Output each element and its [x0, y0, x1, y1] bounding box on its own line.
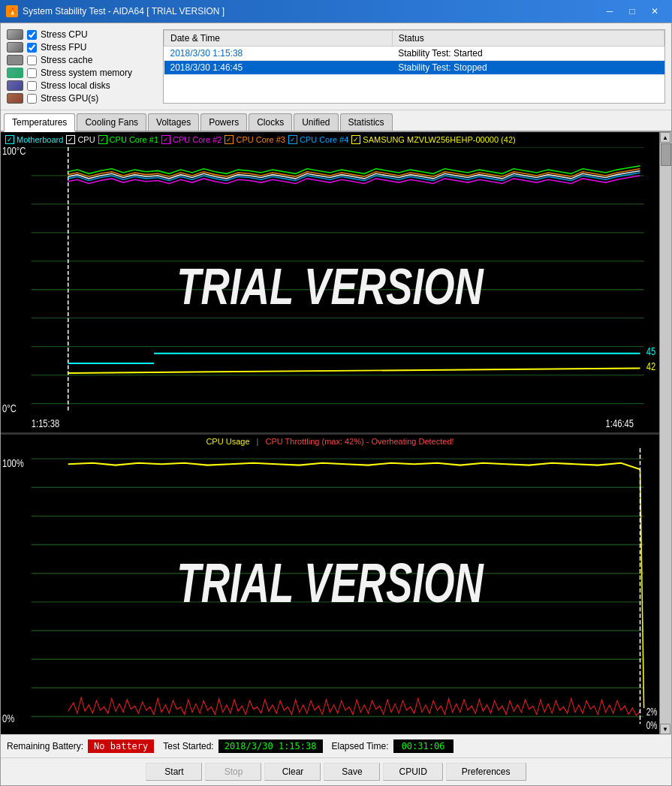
- legend-samsung-checkbox[interactable]: ✓: [351, 135, 360, 144]
- tab-cooling-fans[interactable]: Cooling Fans: [77, 113, 146, 131]
- scroll-up-arrow[interactable]: ▲: [660, 132, 670, 143]
- chart-scrollbar[interactable]: ▲ ▼: [659, 132, 671, 734]
- stress-memory-checkbox[interactable]: [27, 68, 37, 78]
- elapsed-time-item: Elapsed Time: 00:31:06: [332, 739, 454, 753]
- top-section: Stress CPU Stress FPU Stress cache Stres…: [1, 23, 671, 110]
- elapsed-time-value: 00:31:06: [393, 739, 454, 753]
- log-date-1: 2018/3/30 1:15:38: [164, 47, 393, 61]
- tab-unified[interactable]: Unified: [294, 113, 338, 131]
- elapsed-time-label: Elapsed Time:: [332, 741, 389, 751]
- minimize-button[interactable]: ─: [598, 3, 621, 20]
- stress-disks-checkbox[interactable]: [27, 81, 37, 91]
- legend-motherboard-label: Motherboard: [17, 135, 63, 144]
- legend-core3-label: CPU Core #3: [236, 135, 285, 144]
- svg-text:45: 45: [646, 345, 655, 358]
- legend-core2: ✓ CPU Core #2: [161, 135, 221, 144]
- scroll-track: [660, 167, 671, 724]
- svg-text:42: 42: [646, 360, 655, 373]
- legend-core1-label: CPU Core #1: [110, 135, 158, 144]
- stress-cache-checkbox[interactable]: [27, 56, 37, 65]
- stress-gpu-checkbox[interactable]: [27, 94, 37, 104]
- charts-wrapper: ✓ Motherboard ✓ CPU ✓ CPU Core #1 ✓: [1, 132, 659, 734]
- tab-bar: Temperatures Cooling Fans Voltages Power…: [1, 110, 671, 132]
- legend-samsung-label: SAMSUNG MZVLW256HEHP-00000 (42): [363, 135, 515, 144]
- stress-gpu-item: Stress GPU(s): [7, 93, 157, 104]
- save-button[interactable]: Save: [324, 763, 380, 781]
- remaining-battery-item: Remaining Battery: No battery: [7, 739, 154, 753]
- stress-options-panel: Stress CPU Stress FPU Stress cache Stres…: [7, 29, 157, 104]
- log-panel: Date & Time Status 2018/3/30 1:15:38 Sta…: [163, 29, 665, 104]
- legend-separator: |: [257, 437, 261, 446]
- svg-text:TRIAL VERSION: TRIAL VERSION: [176, 552, 484, 614]
- cache-icon: [7, 55, 23, 65]
- legend-core1: ✓ CPU Core #1: [98, 135, 158, 144]
- cpu-throttling-label: CPU Throttling (max: 42%) - Overheating …: [265, 437, 454, 446]
- remaining-battery-value: No battery: [88, 739, 154, 753]
- remaining-battery-label: Remaining Battery:: [7, 741, 83, 751]
- temperature-chart-section: ✓ Motherboard ✓ CPU ✓ CPU Core #1 ✓: [1, 132, 659, 435]
- stress-cpu-label: Stress CPU: [41, 29, 88, 40]
- log-row-selected[interactable]: 2018/3/30 1:46:45 Stability Test: Stoppe…: [164, 61, 664, 75]
- log-date-2: 2018/3/30 1:46:45: [164, 61, 393, 75]
- legend-core2-checkbox[interactable]: ✓: [161, 135, 170, 144]
- bottom-status-bar: Remaining Battery: No battery Test Start…: [1, 734, 671, 757]
- stress-disks-label: Stress local disks: [41, 80, 110, 91]
- tab-statistics[interactable]: Statistics: [340, 113, 393, 131]
- log-header-datetime: Date & Time: [164, 31, 393, 47]
- svg-text:0°C: 0°C: [2, 402, 17, 415]
- test-started-item: Test Started: 2018/3/30 1:15:38: [163, 739, 322, 753]
- maximize-button[interactable]: □: [621, 3, 643, 20]
- svg-text:0%: 0%: [2, 711, 14, 724]
- cpuid-button[interactable]: CPUID: [383, 763, 442, 781]
- legend-core2-label: CPU Core #2: [173, 135, 221, 144]
- tab-powers[interactable]: Powers: [200, 113, 247, 131]
- stress-fpu-checkbox[interactable]: [27, 43, 37, 53]
- tab-temperatures[interactable]: Temperatures: [4, 113, 75, 132]
- close-button[interactable]: ✕: [643, 3, 666, 20]
- stress-cpu-checkbox[interactable]: [27, 30, 37, 40]
- legend-core4-label: CPU Core #4: [300, 135, 348, 144]
- test-started-label: Test Started:: [163, 741, 213, 751]
- memory-icon: [7, 68, 23, 78]
- main-window: Stress CPU Stress FPU Stress cache Stres…: [0, 23, 672, 786]
- cpu-chart-legend: CPU Usage | CPU Throttling (max: 42%) - …: [1, 435, 659, 448]
- cpu-chart-section: CPU Usage | CPU Throttling (max: 42%) - …: [1, 435, 659, 735]
- app-icon: 🔥: [6, 5, 18, 17]
- scroll-thumb[interactable]: [661, 143, 671, 166]
- cpu-chart-svg: 100% 0% TRIAL VERSION: [1, 448, 659, 735]
- stress-cache-item: Stress cache: [7, 55, 157, 65]
- stress-disks-item: Stress local disks: [7, 80, 157, 91]
- log-status-1: Stability Test: Started: [392, 47, 664, 61]
- stress-gpu-label: Stress GPU(s): [41, 93, 98, 104]
- stress-fpu-label: Stress FPU: [41, 42, 86, 53]
- scroll-down-arrow[interactable]: ▼: [660, 724, 670, 734]
- gpu-icon: [7, 93, 23, 104]
- tab-voltages[interactable]: Voltages: [148, 113, 199, 131]
- stress-memory-item: Stress system memory: [7, 68, 157, 78]
- stress-memory-label: Stress system memory: [41, 68, 132, 78]
- title-bar-left: 🔥 System Stability Test - AIDA64 [ TRIAL…: [6, 5, 225, 17]
- log-status-2: Stability Test: Stopped: [392, 61, 664, 75]
- preferences-button[interactable]: Preferences: [446, 763, 526, 781]
- legend-motherboard-checkbox[interactable]: ✓: [5, 135, 14, 144]
- cpu-usage-label: CPU Usage: [206, 437, 249, 446]
- cpu-chart-area: 100% 0% TRIAL VERSION: [1, 448, 659, 735]
- temp-chart-legend: ✓ Motherboard ✓ CPU ✓ CPU Core #1 ✓: [1, 132, 659, 147]
- legend-cpu-checkbox[interactable]: ✓: [66, 135, 75, 144]
- stop-button[interactable]: Stop: [205, 763, 261, 781]
- log-row[interactable]: 2018/3/30 1:15:38 Stability Test: Starte…: [164, 47, 664, 61]
- clear-button[interactable]: Clear: [264, 763, 321, 781]
- legend-samsung: ✓ SAMSUNG MZVLW256HEHP-00000 (42): [351, 135, 515, 144]
- temp-chart-area: 100°C 0°C: [1, 147, 659, 432]
- window-title: System Stability Test - AIDA64 [ TRIAL V…: [23, 6, 225, 17]
- legend-core4-checkbox[interactable]: ✓: [288, 135, 297, 144]
- test-started-value: 2018/3/30 1:15:38: [218, 739, 323, 753]
- stress-fpu-item: Stress FPU: [7, 42, 157, 53]
- tabs-and-charts: Temperatures Cooling Fans Voltages Power…: [1, 110, 671, 734]
- start-button[interactable]: Start: [146, 763, 202, 781]
- log-table: Date & Time Status 2018/3/30 1:15:38 Sta…: [164, 30, 664, 75]
- title-bar: 🔥 System Stability Test - AIDA64 [ TRIAL…: [0, 0, 672, 23]
- tab-clocks[interactable]: Clocks: [249, 113, 292, 131]
- legend-core1-checkbox[interactable]: ✓: [98, 135, 107, 144]
- legend-core3-checkbox[interactable]: ✓: [225, 135, 234, 144]
